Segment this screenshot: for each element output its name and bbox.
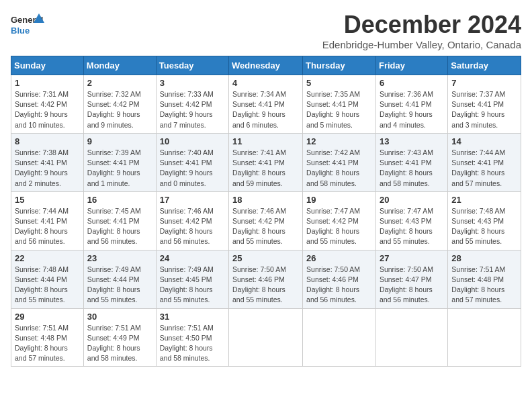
day-number: 15 [15,195,80,205]
day-number: 21 [451,195,517,205]
day-detail: Sunrise: 7:48 AM Sunset: 4:44 PM Dayligh… [15,265,80,306]
month-title: December 2024 [322,11,521,39]
calendar-cell: 10Sunrise: 7:40 AM Sunset: 4:41 PM Dayli… [156,133,228,191]
day-detail: Sunrise: 7:38 AM Sunset: 4:41 PM Dayligh… [15,148,80,189]
calendar-cell: 23Sunrise: 7:49 AM Sunset: 4:44 PM Dayli… [83,250,156,308]
day-detail: Sunrise: 7:49 AM Sunset: 4:44 PM Dayligh… [87,265,152,306]
day-number: 24 [160,253,225,263]
col-header-tuesday: Tuesday [156,56,228,75]
day-number: 2 [87,78,152,88]
calendar-cell [375,308,447,367]
calendar-cell: 16Sunrise: 7:45 AM Sunset: 4:41 PM Dayli… [83,191,156,250]
col-header-friday: Friday [375,56,447,75]
day-detail: Sunrise: 7:35 AM Sunset: 4:41 PM Dayligh… [306,89,372,130]
day-number: 18 [232,195,299,205]
day-detail: Sunrise: 7:46 AM Sunset: 4:42 PM Dayligh… [232,206,299,247]
day-detail: Sunrise: 7:32 AM Sunset: 4:42 PM Dayligh… [87,89,152,130]
day-number: 11 [232,136,299,146]
day-number: 30 [87,312,152,322]
calendar-cell: 7Sunrise: 7:37 AM Sunset: 4:41 PM Daylig… [448,75,521,134]
day-number: 14 [451,136,517,146]
col-header-thursday: Thursday [303,56,376,75]
calendar-cell: 2Sunrise: 7:32 AM Sunset: 4:42 PM Daylig… [83,75,156,134]
day-number: 10 [160,136,225,146]
calendar-cell: 9Sunrise: 7:39 AM Sunset: 4:41 PM Daylig… [83,133,156,191]
day-detail: Sunrise: 7:42 AM Sunset: 4:41 PM Dayligh… [306,148,372,189]
calendar-cell: 5Sunrise: 7:35 AM Sunset: 4:41 PM Daylig… [303,75,376,134]
location-title: Edenbridge-Humber Valley, Ontario, Canad… [322,39,521,50]
day-number: 22 [15,253,80,263]
day-detail: Sunrise: 7:44 AM Sunset: 4:41 PM Dayligh… [15,206,80,247]
day-number: 1 [15,78,80,88]
calendar-cell: 31Sunrise: 7:51 AM Sunset: 4:50 PM Dayli… [156,308,228,367]
calendar-cell: 29Sunrise: 7:51 AM Sunset: 4:48 PM Dayli… [11,308,84,367]
day-detail: Sunrise: 7:33 AM Sunset: 4:42 PM Dayligh… [160,89,225,130]
title-area: December 2024 Edenbridge-Humber Valley, … [322,11,521,50]
day-detail: Sunrise: 7:51 AM Sunset: 4:48 PM Dayligh… [15,323,80,364]
day-detail: Sunrise: 7:47 AM Sunset: 4:42 PM Dayligh… [306,206,372,247]
logo-svg: General Blue [11,11,44,40]
calendar-cell: 27Sunrise: 7:50 AM Sunset: 4:47 PM Dayli… [375,250,447,308]
col-header-monday: Monday [83,56,156,75]
day-detail: Sunrise: 7:50 AM Sunset: 4:46 PM Dayligh… [306,265,372,306]
col-header-wednesday: Wednesday [229,56,303,75]
day-number: 23 [87,253,152,263]
calendar-cell: 6Sunrise: 7:36 AM Sunset: 4:41 PM Daylig… [375,75,447,134]
calendar-cell: 22Sunrise: 7:48 AM Sunset: 4:44 PM Dayli… [11,250,84,308]
day-detail: Sunrise: 7:51 AM Sunset: 4:48 PM Dayligh… [451,265,517,306]
day-detail: Sunrise: 7:36 AM Sunset: 4:41 PM Dayligh… [380,89,444,130]
day-detail: Sunrise: 7:44 AM Sunset: 4:41 PM Dayligh… [451,148,517,189]
calendar-cell [229,308,303,367]
logo: General Blue [11,11,44,40]
day-number: 20 [380,195,444,205]
calendar-cell: 13Sunrise: 7:43 AM Sunset: 4:41 PM Dayli… [375,133,447,191]
day-number: 16 [87,195,152,205]
calendar-cell: 20Sunrise: 7:47 AM Sunset: 4:43 PM Dayli… [375,191,447,250]
calendar-cell [303,308,376,367]
col-header-sunday: Sunday [11,56,84,75]
col-header-saturday: Saturday [448,56,521,75]
day-number: 8 [15,136,80,146]
calendar-cell: 18Sunrise: 7:46 AM Sunset: 4:42 PM Dayli… [229,191,303,250]
calendar-cell: 3Sunrise: 7:33 AM Sunset: 4:42 PM Daylig… [156,75,228,134]
calendar-cell: 21Sunrise: 7:48 AM Sunset: 4:43 PM Dayli… [448,191,521,250]
day-number: 25 [232,253,299,263]
page-header: General Blue December 2024 Edenbridge-Hu… [11,11,521,50]
calendar-cell: 14Sunrise: 7:44 AM Sunset: 4:41 PM Dayli… [448,133,521,191]
day-number: 19 [306,195,372,205]
day-detail: Sunrise: 7:41 AM Sunset: 4:41 PM Dayligh… [232,148,299,189]
day-detail: Sunrise: 7:31 AM Sunset: 4:42 PM Dayligh… [15,89,80,130]
day-detail: Sunrise: 7:46 AM Sunset: 4:42 PM Dayligh… [160,206,225,247]
calendar-table: SundayMondayTuesdayWednesdayThursdayFrid… [11,56,521,367]
calendar-cell: 12Sunrise: 7:42 AM Sunset: 4:41 PM Dayli… [303,133,376,191]
day-number: 3 [160,78,225,88]
calendar-cell: 17Sunrise: 7:46 AM Sunset: 4:42 PM Dayli… [156,191,228,250]
day-number: 27 [380,253,444,263]
day-number: 13 [380,136,444,146]
day-detail: Sunrise: 7:40 AM Sunset: 4:41 PM Dayligh… [160,148,225,189]
day-number: 6 [380,78,444,88]
calendar-cell: 24Sunrise: 7:49 AM Sunset: 4:45 PM Dayli… [156,250,228,308]
day-number: 26 [306,253,372,263]
day-number: 31 [160,312,225,322]
svg-text:Blue: Blue [11,26,30,36]
day-detail: Sunrise: 7:51 AM Sunset: 4:49 PM Dayligh… [87,323,152,364]
day-detail: Sunrise: 7:34 AM Sunset: 4:41 PM Dayligh… [232,89,299,130]
day-number: 4 [232,78,299,88]
day-detail: Sunrise: 7:45 AM Sunset: 4:41 PM Dayligh… [87,206,152,247]
day-detail: Sunrise: 7:49 AM Sunset: 4:45 PM Dayligh… [160,265,225,306]
day-number: 29 [15,312,80,322]
calendar-cell: 19Sunrise: 7:47 AM Sunset: 4:42 PM Dayli… [303,191,376,250]
calendar-cell: 8Sunrise: 7:38 AM Sunset: 4:41 PM Daylig… [11,133,84,191]
calendar-cell: 1Sunrise: 7:31 AM Sunset: 4:42 PM Daylig… [11,75,84,134]
day-number: 9 [87,136,152,146]
calendar-cell: 4Sunrise: 7:34 AM Sunset: 4:41 PM Daylig… [229,75,303,134]
day-number: 12 [306,136,372,146]
day-detail: Sunrise: 7:43 AM Sunset: 4:41 PM Dayligh… [380,148,444,189]
calendar-cell: 30Sunrise: 7:51 AM Sunset: 4:49 PM Dayli… [83,308,156,367]
day-detail: Sunrise: 7:48 AM Sunset: 4:43 PM Dayligh… [451,206,517,247]
calendar-cell: 26Sunrise: 7:50 AM Sunset: 4:46 PM Dayli… [303,250,376,308]
calendar-cell: 15Sunrise: 7:44 AM Sunset: 4:41 PM Dayli… [11,191,84,250]
day-detail: Sunrise: 7:47 AM Sunset: 4:43 PM Dayligh… [380,206,444,247]
day-detail: Sunrise: 7:39 AM Sunset: 4:41 PM Dayligh… [87,148,152,189]
